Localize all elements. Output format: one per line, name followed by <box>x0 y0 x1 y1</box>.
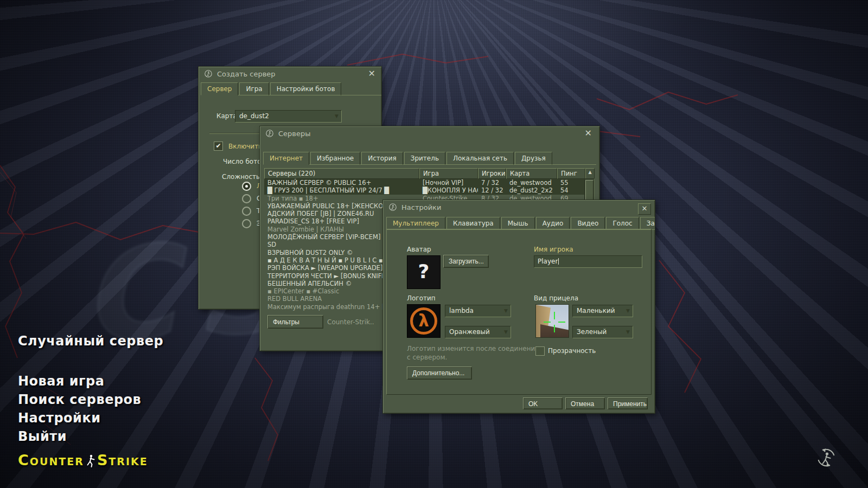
chevron-down-icon: ▼ <box>504 326 508 338</box>
ok-button[interactable]: OK <box>523 397 563 409</box>
close-button[interactable]: ✕ <box>638 203 651 215</box>
apply-button[interactable]: Применить <box>608 397 648 409</box>
server-ping: 54 <box>557 187 585 194</box>
logo-label: Логотип <box>407 294 436 302</box>
radio-icon <box>242 194 251 203</box>
tab[interactable]: Сервер <box>201 82 238 95</box>
cs-window-icon <box>388 203 397 211</box>
server-table-header: Серверы (220) Игра Игроки Карта Пинг ▲ <box>264 168 595 179</box>
server-game: [Ночной VIP] <box>419 179 478 187</box>
server-players: 7 / 32 <box>478 179 506 187</box>
tab[interactable]: Аудио <box>536 217 570 230</box>
logo-dropdown[interactable]: lambda ▼ <box>445 305 511 317</box>
tab[interactable]: Настройки ботов <box>270 82 342 95</box>
chevron-down-icon: ▼ <box>504 305 508 317</box>
avatar-image: ? <box>407 255 441 289</box>
create-server-tabs: СерверИграНастройки ботов <box>201 82 381 95</box>
enable-bots-checkbox[interactable]: ✔ <box>214 142 223 151</box>
tab[interactable]: Друзья <box>515 152 552 165</box>
tab[interactable]: Мышь <box>501 217 535 230</box>
transparency-checkbox[interactable] <box>535 346 545 356</box>
tab[interactable]: Видео <box>571 217 605 230</box>
scroll-up-icon[interactable]: ▲ <box>585 168 595 179</box>
avatar-label: Аватар <box>407 246 431 253</box>
column-header-name[interactable]: Серверы (220) <box>264 168 419 179</box>
upload-avatar-button[interactable]: Загрузить... <box>443 255 489 268</box>
logo-note-line1: Логотип изменится после соединения <box>407 345 539 352</box>
column-header-map[interactable]: Карта <box>506 168 557 179</box>
chevron-down-icon: ▼ <box>626 326 630 338</box>
tab[interactable]: Локальная сеть <box>446 152 514 165</box>
create-server-titlebar[interactable]: Создать сервер <box>199 67 381 81</box>
tab[interactable]: Игра <box>239 82 269 95</box>
player-name-label: Имя игрока <box>534 246 573 253</box>
tab[interactable]: Голос <box>606 217 639 230</box>
main-menu: Случайный серверНовая играПоиск серверов… <box>18 332 163 446</box>
cs-window-icon <box>204 69 213 78</box>
servers-titlebar[interactable]: Серверы <box>260 126 599 140</box>
column-header-ping[interactable]: Пинг <box>557 168 585 179</box>
settings-panel: Аватар ? Загрузить... Имя игрока Player … <box>386 229 652 395</box>
tab[interactable]: История <box>361 152 403 165</box>
logo-note-line2: с сервером. <box>407 354 447 361</box>
difficulty-label: Сложность <box>222 173 260 181</box>
menu-item[interactable]: Новая игра <box>18 372 163 390</box>
lambda-icon: λ <box>407 305 440 337</box>
crosshair-right <box>558 322 565 323</box>
radio-icon <box>242 219 251 228</box>
bots-count-label: Число бото <box>223 158 261 165</box>
tab[interactable]: Мультиплеер <box>386 217 445 230</box>
crosshair-size-value: Маленький <box>577 307 615 314</box>
menu-item[interactable]: Поиск серверов <box>18 390 163 409</box>
crosshair-top <box>554 312 555 319</box>
crosshair-size-dropdown[interactable]: Маленький ▼ <box>572 305 633 317</box>
cs-soldier-icon <box>85 454 96 468</box>
server-row[interactable]: █ ГРУЗ 200 | БЕСПЛАТНЫЙ VIP 24/7 █ █КОНО… <box>264 187 595 194</box>
cancel-button[interactable]: Отмена <box>565 397 605 409</box>
advanced-button[interactable]: Дополнительно... <box>407 367 472 380</box>
menu-item[interactable]: Настройки <box>18 409 163 427</box>
close-icon[interactable]: ✕ <box>585 129 592 138</box>
transparency-label: Прозрачность <box>548 347 596 355</box>
menu-item[interactable]: Выйти <box>18 427 163 446</box>
column-header-game[interactable]: Игра <box>419 168 478 179</box>
counter-strike-logo: Counter Strike <box>18 453 148 468</box>
brand-strike-text: Strike <box>97 453 148 468</box>
crosshair-color-value: Зеленый <box>577 328 607 336</box>
menu-item[interactable]: Случайный сервер <box>18 332 163 350</box>
logo-color-value: Оранжевый <box>449 328 490 336</box>
desktop: CS Случайный серверНовая играПоиск серве… <box>0 0 868 488</box>
map-dropdown-value: de_dust2 <box>239 112 269 120</box>
server-map: de_westwood <box>506 179 557 187</box>
tab[interactable]: Интернет <box>263 152 309 165</box>
map-dropdown[interactable]: de_dust2 ▼ <box>235 110 342 123</box>
tab[interactable]: Зритель <box>404 152 445 165</box>
player-name-input[interactable]: Player <box>534 255 642 268</box>
close-icon[interactable]: ✕ <box>368 69 375 78</box>
server-row[interactable]: ВАЖНЫЙ СЕРВЕР © PUBLIC 16+ [Ночной VIP] … <box>264 179 595 187</box>
column-header-players[interactable]: Игроки <box>478 168 506 179</box>
logo-color-dropdown[interactable]: Оранжевый ▼ <box>445 326 511 338</box>
crosshair-color-dropdown[interactable]: Зеленый ▼ <box>572 326 633 338</box>
logo-dropdown-value: lambda <box>449 307 474 314</box>
scrollbar-thumb[interactable] <box>585 180 593 201</box>
cs-emblem-icon <box>815 447 837 468</box>
window-title: Серверы <box>278 130 311 138</box>
crosshair-left <box>544 322 551 323</box>
map-label: Карта <box>216 112 237 120</box>
settings-tabs: МультиплеерКлавиатураМышьАудиоВидеоГолос… <box>386 216 655 230</box>
tab[interactable]: Клавиатура <box>446 217 500 230</box>
filters-button[interactable]: Фильтры <box>267 315 323 329</box>
window-title: Настройки <box>401 203 441 211</box>
logo-preview: λ <box>407 304 441 338</box>
tab[interactable]: Избранное <box>310 152 360 165</box>
window-title: Создать сервер <box>217 70 276 78</box>
server-game: █КОНОПЛЯ У НАС █ <box>419 187 478 194</box>
chevron-down-icon: ▼ <box>626 305 630 317</box>
chevron-down-icon: ▼ <box>335 111 339 122</box>
settings-titlebar[interactable]: Настройки <box>383 200 655 214</box>
cs-window-icon <box>265 129 274 138</box>
radio-icon <box>242 182 251 191</box>
tab[interactable]: Замок <box>640 217 655 230</box>
crosshair-preview <box>535 304 569 338</box>
